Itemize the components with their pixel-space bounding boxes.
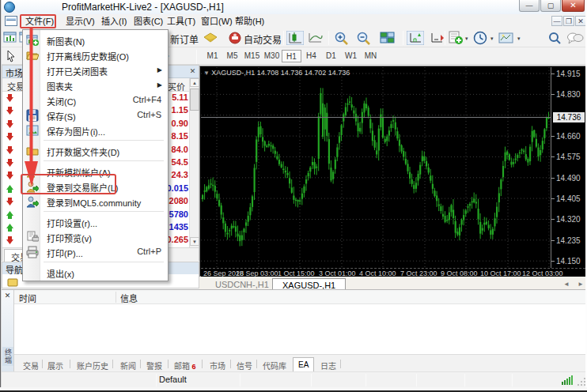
timeframe-m5[interactable]: M5	[222, 50, 242, 62]
timeframe-mn[interactable]: MN	[361, 50, 381, 62]
menu-help[interactable]: 帮助(H)	[230, 15, 269, 28]
market-watch-scrollbar[interactable]: ▲ ▼	[189, 78, 199, 247]
auto-scroll-icon[interactable]	[407, 31, 421, 45]
terminal-tab-history[interactable]: 账户历史	[72, 357, 113, 372]
terminal-tab-signals[interactable]: 信号	[232, 357, 257, 372]
file-menu-item-print-setup[interactable]: 打印设置(r)...	[23, 214, 168, 229]
folder-icon	[26, 145, 39, 157]
navigator-account-icon[interactable]	[7, 277, 18, 288]
minimize-button[interactable]: —	[519, 0, 540, 12]
price-tick-label: 14.660	[556, 132, 581, 141]
terminal-panel: ✕ 终端 时间 信息 交易展示账户历史新闻警报邮箱 6市场信号代码库EA日志	[2, 289, 585, 371]
timeframe-m1[interactable]: M1	[203, 50, 222, 62]
terminal-vertical-title: 终端	[2, 347, 13, 366]
terminal-tab-news[interactable]: 新闻	[116, 357, 141, 372]
file-menu-item-login-mql5[interactable]: 登录到MQL5.community	[23, 194, 168, 209]
price-tick-label: 14.915	[556, 70, 581, 78]
templates-icon[interactable]	[498, 31, 513, 45]
file-menu-item-save-as-picture[interactable]: 保存为图片(i)...	[23, 122, 168, 138]
zoom-in-icon[interactable]	[334, 31, 348, 45]
terminal-tab-exposure[interactable]: 展示	[43, 357, 68, 372]
window-border-left-inner	[1, 0, 2, 392]
file-menu-item-close[interactable]: 关闭(C)Ctrl+F4	[23, 92, 168, 107]
time-column-header[interactable]: 时间	[19, 292, 36, 304]
search-icon[interactable]	[547, 31, 562, 45]
new-order-button[interactable]: 新订单	[170, 32, 199, 46]
scroll-up-icon[interactable]: ▲	[190, 78, 199, 87]
window-title: ProfitMarketHK-Live2 - [XAGUSD-,H1]	[62, 2, 224, 13]
connection-status-icon	[562, 375, 573, 385]
chart-info-label: ▼ XAGUSD-,H1 14.708 14.736 14.702 14.736	[203, 69, 350, 77]
terminal-close-icon[interactable]: ✕	[3, 292, 12, 300]
terminal-tab-journal[interactable]: 日志	[316, 357, 341, 372]
candlestick-mode-icon[interactable]	[286, 31, 301, 45]
tab-scroll-left-icon[interactable]: ◄	[563, 281, 570, 288]
mdi-minimize-button[interactable]: —	[551, 16, 562, 26]
market-watch-close-icon[interactable]: ✕	[188, 67, 197, 76]
timeframe-m30[interactable]: M30	[262, 50, 282, 62]
file-menu-item-new-chart[interactable]: 新图表(N)	[23, 32, 168, 47]
terminal-tab-ea[interactable]: EA	[293, 357, 314, 372]
file-menu-item-open-offline[interactable]: 打开离线历史数据(O)	[23, 47, 168, 62]
terminal-tab-trade[interactable]: 交易	[18, 357, 44, 372]
terminal-tab-codebase[interactable]: 代码库	[258, 357, 291, 372]
new-chart-icon[interactable]	[3, 31, 17, 45]
menu-insert[interactable]: 插入(I)	[97, 15, 131, 28]
scroll-down-icon[interactable]: ▼	[190, 237, 199, 246]
chart-menu-icon[interactable]: ▼	[203, 70, 211, 77]
timeframe-w1[interactable]: W1	[341, 50, 361, 62]
mdi-restore-button[interactable]: ❐	[563, 16, 574, 26]
chart-window-icon[interactable]	[5, 16, 17, 26]
chart-shift-icon[interactable]	[428, 31, 442, 45]
time-axis: 26 Sep 201828 Sep 03:001 Oct 15:003 Oct …	[201, 268, 585, 277]
timeframe-m15[interactable]: M15	[242, 50, 262, 62]
message-column-header[interactable]: 信息	[120, 292, 138, 304]
person-icon	[26, 165, 39, 178]
chat-icon[interactable]	[566, 31, 581, 45]
file-menu-item-print-preview[interactable]: 打印预览(v)	[23, 229, 168, 244]
price-tick-label: 14.490	[556, 174, 581, 183]
mdi-close-button[interactable]: ✕	[575, 16, 586, 26]
timeframe-h1[interactable]: H1	[282, 50, 301, 62]
close-button[interactable]: ✕	[562, 0, 585, 12]
maximize-button[interactable]: ▢	[540, 0, 561, 12]
terminal-tab-mailbox[interactable]: 邮箱 6	[169, 357, 201, 372]
scrollbar-thumb[interactable]	[190, 89, 199, 111]
file-menu-item-open-account[interactable]: 开新模拟帐户(A)	[23, 164, 168, 179]
periods-icon[interactable]	[473, 31, 487, 45]
file-menu-item-profiles[interactable]: 图表夹▶	[23, 77, 168, 92]
timeframe-d1[interactable]: D1	[321, 50, 341, 62]
line-chart-mode-icon[interactable]	[308, 31, 322, 45]
terminal-tab-market[interactable]: 市场	[205, 357, 230, 372]
envelope-icon[interactable]	[203, 32, 217, 46]
menu-tools[interactable]: 工具(T)	[162, 15, 200, 28]
file-menu-item-save[interactable]: 保存(S)Ctrl+S	[23, 107, 168, 122]
zoom-out-icon[interactable]	[356, 31, 370, 45]
tab-scroll-right-icon[interactable]: ►	[578, 281, 584, 288]
file-menu-item-login-trade-account[interactable]: 登录到交易账户(L)	[23, 179, 168, 194]
cursor-icon[interactable]	[5, 50, 19, 64]
chart-plot-area[interactable]	[201, 67, 551, 268]
file-menu-item-print[interactable]: 打印(P)...Ctrl+P	[23, 244, 168, 259]
timeframe-h4[interactable]: H4	[301, 50, 321, 62]
bid-column-header[interactable]: 买价	[168, 80, 185, 92]
file-menu-item-open-data-folder[interactable]: 打开数据文件夹(D)	[23, 143, 168, 158]
menu-view[interactable]: 显示(V)	[61, 15, 100, 28]
folder-open-icon	[26, 49, 39, 62]
file-menu-item-open-deleted[interactable]: 打开已关闭图表▶	[23, 62, 168, 77]
new-chart-icon	[26, 34, 39, 47]
menu-file[interactable]: 文件(F)	[21, 15, 59, 28]
terminal-tab-alerts[interactable]: 警报	[142, 357, 167, 372]
tile-windows-icon[interactable]	[380, 31, 394, 45]
indicators-icon[interactable]	[448, 31, 462, 45]
person-mql-icon	[26, 195, 39, 208]
file-menu-popup: 新图表(N)打开离线历史数据(O)打开已关闭图表▶图表夹▶关闭(C)Ctrl+F…	[22, 29, 169, 281]
price-axis: 14.91514.83014.66014.57514.49014.40514.3…	[551, 67, 585, 268]
file-menu-item-exit[interactable]: 退出(x)	[23, 265, 168, 280]
autotrading-icon[interactable]	[228, 31, 242, 45]
profile-indicator[interactable]: Default	[159, 375, 187, 384]
price-tick-label: 14.150	[556, 257, 581, 266]
price-tick-label: 14.405	[556, 194, 581, 203]
terminal-table-header: 时间 信息	[14, 290, 585, 304]
autotrading-button[interactable]: 自动交易	[244, 32, 282, 46]
